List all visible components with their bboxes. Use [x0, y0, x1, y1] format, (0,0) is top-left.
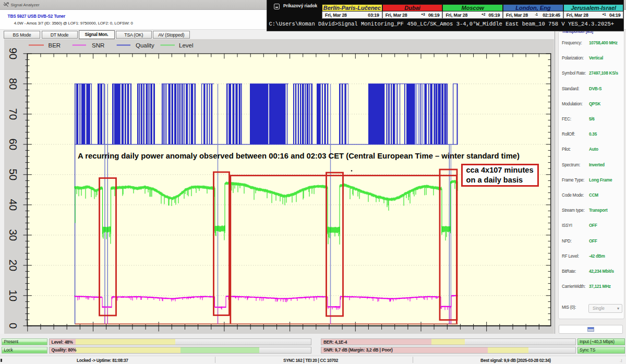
svg-text:A recurring daily power anomal: A recurring daily power anomaly observed…: [78, 152, 520, 160]
svg-text:Level: Level: [179, 42, 194, 48]
svg-text:on a daily basis: on a daily basis: [466, 176, 523, 184]
svg-text:Quality: Quality: [136, 42, 154, 48]
svg-text:80: 80: [7, 78, 19, 90]
svg-text:90: 90: [7, 47, 19, 59]
svg-text:10: 10: [7, 289, 19, 301]
svg-text:0: 0: [7, 323, 19, 329]
svg-text:SNR: SNR: [92, 42, 104, 48]
svg-text:40: 40: [7, 199, 19, 211]
svg-text:70: 70: [7, 108, 19, 120]
svg-text:60: 60: [7, 138, 19, 150]
svg-text:BER: BER: [49, 42, 61, 48]
svg-text:cca 4x107 minutes: cca 4x107 minutes: [466, 166, 534, 174]
svg-text:30: 30: [7, 229, 19, 241]
svg-text:20: 20: [7, 259, 19, 271]
svg-text:50: 50: [7, 168, 19, 180]
